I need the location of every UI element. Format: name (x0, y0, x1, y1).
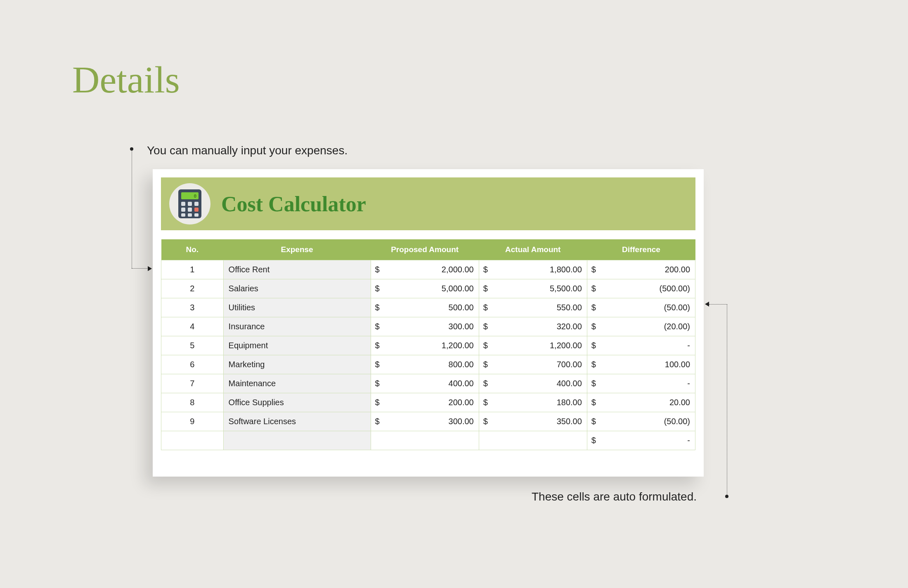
amount-cell[interactable] (371, 431, 479, 450)
table-row: 6Marketing$800.00$700.00$100.00 (161, 355, 695, 374)
col-header-expense: Expense (223, 239, 371, 260)
arrow-left-icon (705, 302, 709, 307)
amount-cell: $- (587, 374, 695, 393)
table-row: 1Office Rent$2,000.00$1,800.00$200.00 (161, 260, 695, 279)
expense-cell[interactable] (223, 431, 371, 450)
row-number: 5 (161, 336, 224, 355)
svg-text:0: 0 (194, 194, 196, 199)
table-row: $- (161, 431, 695, 450)
amount-cell[interactable]: $180.00 (479, 393, 587, 412)
amount-cell[interactable]: $400.00 (371, 374, 479, 393)
table-row: 5Equipment$1,200.00$1,200.00$- (161, 336, 695, 355)
expense-cell[interactable]: Salaries (223, 279, 371, 298)
pointer-line (132, 149, 132, 268)
expense-cell[interactable]: Equipment (223, 336, 371, 355)
expense-cell[interactable]: Maintenance (223, 374, 371, 393)
pointer-line (727, 304, 727, 496)
row-number: 9 (161, 412, 224, 431)
amount-cell[interactable] (479, 431, 587, 450)
table-header-row: No. Expense Proposed Amount Actual Amoun… (161, 239, 695, 260)
amount-cell[interactable]: $500.00 (371, 298, 479, 317)
banner-title: Cost Calculator (221, 192, 366, 216)
table-row: 8Office Supplies$200.00$180.00$20.00 (161, 393, 695, 412)
pointer-line (132, 268, 149, 269)
col-header-no: No. (161, 239, 224, 260)
amount-cell: $100.00 (587, 355, 695, 374)
row-number (161, 431, 224, 450)
arrow-right-icon (148, 266, 152, 271)
spreadsheet-card: 0 Cost Calculator No. Expense Proposed A… (153, 169, 704, 477)
row-number: 8 (161, 393, 224, 412)
table-row: 2Salaries$5,000.00$5,500.00$(500.00) (161, 279, 695, 298)
amount-cell[interactable]: $550.00 (479, 298, 587, 317)
svg-rect-9 (181, 213, 185, 217)
col-header-proposed: Proposed Amount (371, 239, 479, 260)
amount-cell[interactable]: $2,000.00 (371, 260, 479, 279)
col-header-actual: Actual Amount (479, 239, 587, 260)
amount-cell[interactable]: $300.00 (371, 412, 479, 431)
amount-cell[interactable]: $5,500.00 (479, 279, 587, 298)
table-row: 3Utilities$500.00$550.00$(50.00) (161, 298, 695, 317)
amount-cell[interactable]: $400.00 (479, 374, 587, 393)
svg-rect-5 (194, 202, 199, 206)
expense-cell[interactable]: Insurance (223, 317, 371, 336)
col-header-difference: Difference (587, 239, 695, 260)
row-number: 3 (161, 298, 224, 317)
expense-cell[interactable]: Utilities (223, 298, 371, 317)
svg-rect-10 (188, 213, 192, 217)
amount-cell[interactable]: $1,200.00 (371, 336, 479, 355)
amount-cell: $(20.00) (587, 317, 695, 336)
svg-rect-4 (188, 202, 192, 206)
amount-cell[interactable]: $350.00 (479, 412, 587, 431)
amount-cell[interactable]: $320.00 (479, 317, 587, 336)
amount-cell: $(50.00) (587, 412, 695, 431)
calculator-icon: 0 (169, 183, 210, 224)
table-row: 7Maintenance$400.00$400.00$- (161, 374, 695, 393)
amount-cell[interactable]: $300.00 (371, 317, 479, 336)
row-number: 2 (161, 279, 224, 298)
amount-cell[interactable]: $800.00 (371, 355, 479, 374)
amount-cell: $(500.00) (587, 279, 695, 298)
amount-cell: $- (587, 336, 695, 355)
amount-cell: $- (587, 431, 695, 450)
svg-rect-3 (181, 202, 185, 206)
svg-rect-7 (188, 208, 192, 212)
amount-cell[interactable]: $200.00 (371, 393, 479, 412)
expense-cell[interactable]: Marketing (223, 355, 371, 374)
amount-cell[interactable]: $1,200.00 (479, 336, 587, 355)
amount-cell: $20.00 (587, 393, 695, 412)
table-row: 9Software Licenses$300.00$350.00$(50.00) (161, 412, 695, 431)
svg-rect-11 (194, 213, 199, 217)
row-number: 6 (161, 355, 224, 374)
table-row: 4Insurance$300.00$320.00$(20.00) (161, 317, 695, 336)
expense-cell[interactable]: Software Licenses (223, 412, 371, 431)
pointer-dot (725, 495, 728, 498)
amount-cell: $200.00 (587, 260, 695, 279)
amount-cell[interactable]: $700.00 (479, 355, 587, 374)
amount-cell[interactable]: $5,000.00 (371, 279, 479, 298)
annotation-top: You can manually input your expenses. (147, 144, 348, 157)
expense-table: No. Expense Proposed Amount Actual Amoun… (161, 239, 695, 450)
page-title: Details (72, 58, 180, 102)
expense-cell[interactable]: Office Rent (223, 260, 371, 279)
row-number: 4 (161, 317, 224, 336)
svg-rect-8 (194, 208, 199, 212)
svg-rect-6 (181, 208, 185, 212)
banner: 0 Cost Calculator (161, 177, 695, 230)
annotation-bottom: These cells are auto formulated. (532, 490, 697, 503)
amount-cell[interactable]: $1,800.00 (479, 260, 587, 279)
row-number: 7 (161, 374, 224, 393)
row-number: 1 (161, 260, 224, 279)
amount-cell: $(50.00) (587, 298, 695, 317)
pointer-line (709, 304, 727, 305)
expense-cell[interactable]: Office Supplies (223, 393, 371, 412)
